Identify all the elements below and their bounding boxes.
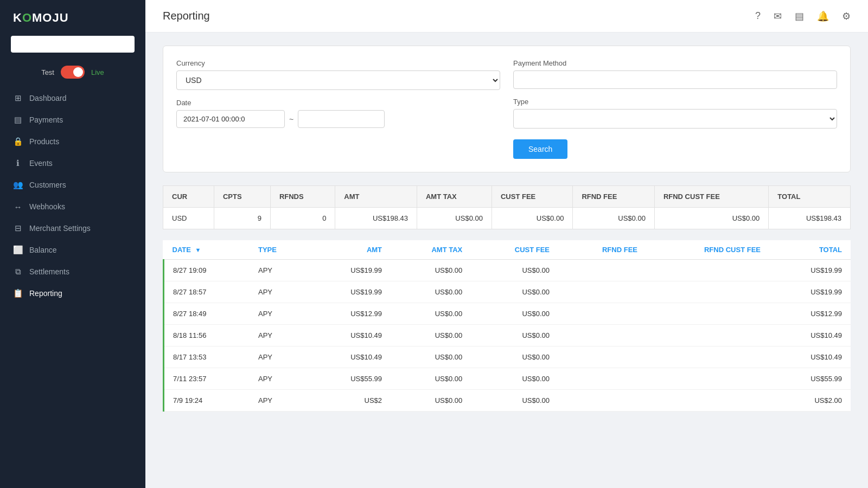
document-icon[interactable]: ▤ bbox=[795, 10, 804, 22]
gear-icon[interactable]: ⚙ bbox=[842, 10, 851, 22]
cell-amt-tax: US$0.00 bbox=[391, 390, 471, 412]
summary-header-row: CUR CPTS RFNDS AMT AMT TAX CUST FEE RFND… bbox=[163, 186, 851, 208]
summary-col-rfnds: RFNDS bbox=[270, 186, 335, 208]
card-icon: ▤ bbox=[13, 115, 23, 125]
sidebar-item-webhooks[interactable]: ↔ Webhooks bbox=[0, 196, 145, 217]
wallet-icon: ⬜ bbox=[13, 245, 23, 255]
cell-amt-tax: US$0.00 bbox=[391, 260, 471, 281]
summary-amt-tax: US$0.00 bbox=[417, 208, 492, 229]
col-date[interactable]: DATE ▼ bbox=[164, 240, 250, 260]
cell-amt: US$2 bbox=[309, 390, 391, 412]
sidebar-item-products[interactable]: 🔒 Products bbox=[0, 131, 145, 152]
logo-text: KOMOJU bbox=[13, 11, 69, 25]
cell-rfnd-cust-fee bbox=[646, 368, 769, 390]
summary-cur: USD bbox=[163, 208, 214, 229]
detail-table: DATE ▼ TYPE AMT AMT TAX CUST FEE RFND FE… bbox=[163, 240, 851, 412]
mail-icon[interactable]: ✉ bbox=[774, 10, 782, 22]
cell-date: 8/27 19:09 bbox=[164, 260, 250, 281]
summary-col-amttax: AMT TAX bbox=[417, 186, 492, 208]
cell-rfnd-fee bbox=[558, 281, 646, 303]
sidebar-item-label: Settlements bbox=[29, 267, 69, 276]
page-title: Reporting bbox=[163, 10, 210, 22]
topbar: Reporting ? ✉ ▤ 🔔 ⚙ bbox=[145, 0, 868, 33]
table-row: 7/11 23:57 APY US$55.99 US$0.00 US$0.00 … bbox=[164, 368, 851, 390]
summary-col-cpts: CPTS bbox=[214, 186, 270, 208]
summary-data-row: USD 9 0 US$198.43 US$0.00 US$0.00 US$0.0… bbox=[163, 208, 851, 229]
payment-method-input[interactable] bbox=[513, 70, 837, 89]
lock-icon: 🔒 bbox=[13, 137, 23, 146]
sidebar-item-customers[interactable]: 👥 Customers bbox=[0, 174, 145, 196]
date-to-input[interactable] bbox=[298, 110, 385, 128]
cell-amt: US$19.99 bbox=[309, 260, 391, 281]
cell-rfnd-fee bbox=[558, 303, 646, 325]
summary-cust-fee: US$0.00 bbox=[492, 208, 572, 229]
type-select[interactable] bbox=[513, 109, 837, 129]
sidebar-item-settlements[interactable]: ⧉ Settlements bbox=[0, 261, 145, 282]
summary-rfnd-cust-fee: US$0.00 bbox=[654, 208, 768, 229]
col-total[interactable]: TOTAL bbox=[769, 240, 851, 260]
table-row: 8/17 13:53 APY US$10.49 US$0.00 US$0.00 … bbox=[164, 346, 851, 368]
cell-amt: US$10.49 bbox=[309, 346, 391, 368]
sidebar-item-payments[interactable]: ▤ Payments bbox=[0, 109, 145, 131]
search-button[interactable]: Search bbox=[513, 139, 567, 159]
table-row: 8/18 11:56 APY US$10.49 US$0.00 US$0.00 … bbox=[164, 325, 851, 346]
col-cust-fee[interactable]: CUST FEE bbox=[471, 240, 558, 260]
cell-total: US$19.99 bbox=[769, 281, 851, 303]
col-rfnd-cust-fee[interactable]: RFND CUST FEE bbox=[646, 240, 769, 260]
col-type[interactable]: TYPE bbox=[250, 240, 309, 260]
summary-col-rfndcustfee: RFND CUST FEE bbox=[654, 186, 768, 208]
bell-icon[interactable]: 🔔 bbox=[817, 10, 829, 22]
cell-date: 8/17 13:53 bbox=[164, 346, 250, 368]
cell-type: APY bbox=[250, 281, 309, 303]
sidebar-item-reporting[interactable]: 📋 Reporting bbox=[0, 282, 145, 304]
sidebar-item-label: Products bbox=[29, 137, 59, 146]
arrow-icon: ↔ bbox=[13, 202, 23, 211]
help-icon[interactable]: ? bbox=[755, 10, 761, 22]
date-separator: ~ bbox=[289, 115, 293, 124]
currency-select[interactable]: USD bbox=[176, 70, 500, 90]
sidebar-item-balance[interactable]: ⬜ Balance bbox=[0, 239, 145, 261]
cell-cust-fee: US$0.00 bbox=[471, 390, 558, 412]
sidebar-item-dashboard[interactable]: ⊞ Dashboard bbox=[0, 87, 145, 109]
sidebar-item-events[interactable]: ℹ Events bbox=[0, 152, 145, 174]
sidebar-search-input[interactable] bbox=[11, 36, 135, 53]
doc-icon: 📋 bbox=[13, 288, 23, 298]
cell-rfnd-fee bbox=[558, 390, 646, 412]
cell-amt-tax: US$0.00 bbox=[391, 281, 471, 303]
columns-icon: ⧉ bbox=[13, 267, 23, 277]
cell-amt-tax: US$0.00 bbox=[391, 325, 471, 346]
summary-amt: US$198.43 bbox=[335, 208, 417, 229]
currency-group: Currency USD bbox=[176, 59, 500, 90]
cell-rfnd-fee bbox=[558, 346, 646, 368]
cell-total: US$55.99 bbox=[769, 368, 851, 390]
col-rfnd-fee[interactable]: RFND FEE bbox=[558, 240, 646, 260]
cell-rfnd-cust-fee bbox=[646, 346, 769, 368]
table-row: 8/27 18:49 APY US$12.99 US$0.00 US$0.00 … bbox=[164, 303, 851, 325]
cell-date: 7/9 19:24 bbox=[164, 390, 250, 412]
sidebar-item-label: Payments bbox=[29, 115, 63, 124]
sidebar: KOMOJU Test Live ⊞ Dashboard ▤ Payments … bbox=[0, 0, 145, 488]
test-label: Test bbox=[41, 68, 54, 76]
live-label: Live bbox=[91, 68, 104, 76]
cell-amt: US$55.99 bbox=[309, 368, 391, 390]
topbar-icons: ? ✉ ▤ 🔔 ⚙ bbox=[755, 10, 851, 22]
date-from-input[interactable] bbox=[176, 110, 285, 128]
cell-total: US$10.49 bbox=[769, 325, 851, 346]
info-icon: ℹ bbox=[13, 158, 23, 168]
cell-rfnd-fee bbox=[558, 260, 646, 281]
people-icon: 👥 bbox=[13, 180, 23, 190]
col-amt-tax[interactable]: AMT TAX bbox=[391, 240, 471, 260]
summary-col-custfee: CUST FEE bbox=[492, 186, 572, 208]
summary-table: CUR CPTS RFNDS AMT AMT TAX CUST FEE RFND… bbox=[163, 185, 851, 229]
sort-arrow: ▼ bbox=[195, 247, 201, 253]
sidebar-item-label: Merchant Settings bbox=[29, 224, 91, 233]
cell-type: APY bbox=[250, 260, 309, 281]
toggle-switch[interactable] bbox=[61, 66, 85, 79]
filter-left: Currency USD Date ~ bbox=[176, 59, 500, 159]
summary-col-rfndfee: RFND FEE bbox=[573, 186, 655, 208]
filter-right: Payment Method Type Search bbox=[513, 59, 837, 159]
cell-cust-fee: US$0.00 bbox=[471, 325, 558, 346]
sidebar-item-merchant-settings[interactable]: ⊟ Merchant Settings bbox=[0, 217, 145, 239]
cell-rfnd-cust-fee bbox=[646, 303, 769, 325]
col-amt[interactable]: AMT bbox=[309, 240, 391, 260]
